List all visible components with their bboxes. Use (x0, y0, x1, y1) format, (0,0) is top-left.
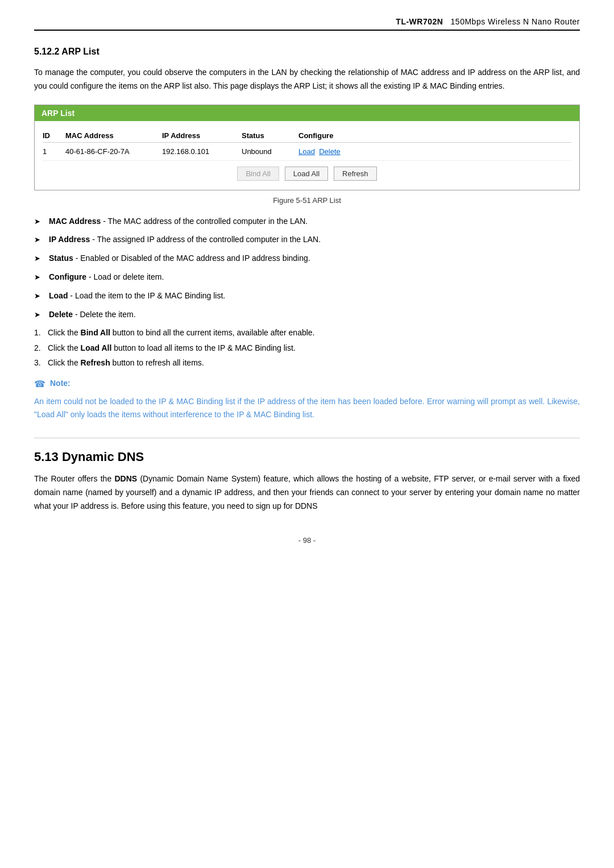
bullet-arrow-icon: ➤ (34, 272, 43, 284)
num-label: 3. (34, 356, 48, 369)
numbered-text: Click the Refresh button to refresh all … (48, 356, 204, 369)
list-item: 2. Click the Load All button to load all… (34, 342, 580, 354)
bullet-arrow-icon: ➤ (34, 290, 43, 302)
bullet-term: Configure (49, 272, 86, 281)
bullet-arrow-icon: ➤ (34, 253, 43, 265)
bold-term: Refresh (81, 358, 110, 367)
bullet-list: ➤ MAC Address - The MAC address of the c… (34, 215, 580, 321)
delete-link[interactable]: Delete (319, 147, 341, 156)
section-512-description: To manage the computer, you could observ… (34, 66, 580, 93)
bullet-desc: - The MAC address of the controlled comp… (101, 217, 308, 226)
col-header-ip: IP Address (162, 131, 242, 140)
bullet-desc: - The assigned IP address of the control… (90, 235, 321, 244)
header-title: TL-WR702N 150Mbps Wireless N Nano Router (396, 17, 580, 26)
col-header-mac: MAC Address (65, 131, 162, 140)
bullet-text: Delete - Delete the item. (49, 308, 136, 321)
bullet-term: Status (49, 254, 73, 263)
bullet-term: Load (49, 291, 68, 300)
refresh-button[interactable]: Refresh (334, 167, 377, 181)
num-label: 2. (34, 342, 48, 354)
list-item: ➤ IP Address - The assigned IP address o… (34, 233, 580, 246)
note-text: An item could not be loaded to the IP & … (34, 395, 580, 422)
numbered-text: Click the Load All button to load all it… (48, 342, 296, 354)
note-label: Note: (50, 379, 70, 388)
row-status: Unbound (242, 147, 298, 156)
list-item: ➤ MAC Address - The MAC address of the c… (34, 215, 580, 228)
section-513: 5.13 Dynamic DNS The Router offers the D… (34, 450, 580, 513)
num-label: 1. (34, 326, 48, 339)
row-mac: 40-61-86-CF-20-7A (65, 147, 162, 156)
bullet-text: Load - Load the item to the IP & MAC Bin… (49, 289, 225, 302)
arp-table-container: ARP List ID MAC Address IP Address Statu… (34, 105, 580, 190)
bullet-desc: - Enabled or Disabled of the MAC address… (73, 254, 310, 263)
bullet-term: MAC Address (49, 217, 101, 226)
bullet-desc: - Load or delete item. (86, 272, 164, 281)
bullet-text: IP Address - The assigned IP address of … (49, 233, 321, 246)
numbered-text: Click the Bind All button to bind all th… (48, 326, 315, 339)
bullet-text: MAC Address - The MAC address of the con… (49, 215, 308, 227)
list-item: ➤ Configure - Load or delete item. (34, 271, 580, 284)
arp-table-inner: ID MAC Address IP Address Status Configu… (35, 121, 579, 190)
note-section: ☎ Note: (34, 379, 580, 389)
bullet-term: IP Address (49, 235, 90, 244)
arp-table-title: ARP List (35, 105, 579, 121)
numbered-list: 1. Click the Bind All button to bind all… (34, 326, 580, 369)
col-header-id: ID (43, 131, 65, 140)
list-item: ➤ Load - Load the item to the IP & MAC B… (34, 289, 580, 302)
bold-term: Bind All (81, 328, 110, 337)
bullet-arrow-icon: ➤ (34, 309, 43, 321)
list-item: 3. Click the Refresh button to refresh a… (34, 356, 580, 369)
bold-term: Load All (81, 343, 112, 352)
page-number: - 98 - (34, 536, 580, 545)
bullet-arrow-icon: ➤ (34, 216, 43, 228)
header-subtitle: 150Mbps Wireless N Nano Router (451, 17, 580, 26)
arp-buttons-row: Bind All Load All Refresh (43, 161, 571, 184)
bullet-text: Configure - Load or delete item. (49, 271, 164, 283)
section-512: 5.12.2 ARP List To manage the computer, … (34, 47, 580, 422)
section-513-description: The Router offers the DDNS (Dynamic Doma… (34, 472, 580, 513)
list-item: ➤ Status - Enabled or Disabled of the MA… (34, 252, 580, 265)
row-configure: Load Delete (298, 147, 571, 156)
bind-all-button[interactable]: Bind All (237, 167, 279, 181)
page-header: TL-WR702N 150Mbps Wireless N Nano Router (34, 17, 580, 31)
note-icon: ☎ (34, 379, 45, 389)
model-name: TL-WR702N (396, 17, 443, 26)
list-item: ➤ Delete - Delete the item. (34, 308, 580, 321)
load-link[interactable]: Load (298, 147, 315, 156)
figure-caption: Figure 5-51 ARP List (34, 196, 580, 205)
load-all-button[interactable]: Load All (285, 167, 328, 181)
section-512-heading: 5.12.2 ARP List (34, 47, 580, 57)
bullet-arrow-icon: ➤ (34, 234, 43, 246)
section-divider (34, 438, 580, 438)
col-header-configure: Configure (298, 131, 571, 140)
row-ip: 192.168.0.101 (162, 147, 242, 156)
list-item: 1. Click the Bind All button to bind all… (34, 326, 580, 339)
table-row: 1 40-61-86-CF-20-7A 192.168.0.101 Unboun… (43, 143, 571, 161)
section-513-heading: 5.13 Dynamic DNS (34, 450, 580, 464)
col-header-status: Status (242, 131, 298, 140)
bullet-desc: - Load the item to the IP & MAC Binding … (68, 291, 225, 300)
bullet-text: Status - Enabled or Disabled of the MAC … (49, 252, 310, 264)
arp-column-headers: ID MAC Address IP Address Status Configu… (43, 127, 571, 143)
row-id: 1 (43, 147, 65, 156)
bullet-term: Delete (49, 310, 73, 319)
bullet-desc: - Delete the item. (73, 310, 136, 319)
